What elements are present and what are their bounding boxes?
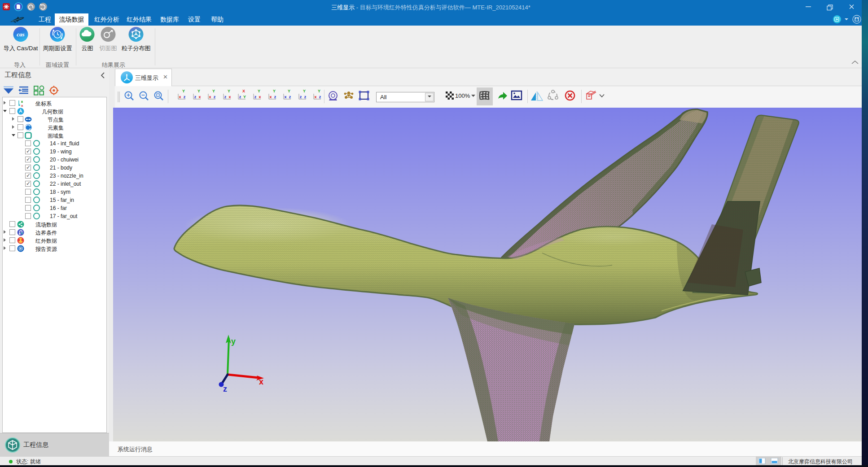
svg-text:Y: Y [212,89,215,93]
svg-text:z: z [319,95,321,99]
svg-text:Y: Y [228,89,230,93]
svg-text:x: x [209,95,211,99]
svg-text:z: z [214,95,216,99]
svg-text:Y: Y [273,89,276,93]
svg-text:y: y [231,337,236,346]
svg-text:Y: Y [318,89,320,93]
svg-text:z: z [289,95,291,99]
svg-text:x: x [228,95,231,99]
svg-text:z: z [239,95,241,99]
svg-text:X: X [242,89,245,93]
svg-text:x: x [314,95,316,99]
svg-text:z: z [194,95,197,99]
svg-text:z: z [274,95,276,99]
svg-text:x: x [269,95,272,99]
svg-text:x: x [259,377,263,386]
svg-text:z: z [224,95,227,99]
svg-text:z: z [254,95,257,99]
svg-text:Y: Y [303,89,306,93]
svg-text:Y: Y [197,89,200,93]
svg-text:Y: Y [182,89,185,93]
svg-text:z: z [223,384,227,393]
svg-text:x: x [21,104,23,107]
svg-text:cas: cas [17,31,24,38]
svg-text:z: z [184,95,186,99]
svg-text:z: z [300,95,302,99]
svg-text:x: x [259,95,261,99]
svg-text:z: z [304,95,307,99]
svg-text:z: z [19,103,21,106]
svg-text:x: x [198,95,201,99]
svg-text:100%: 100% [455,92,470,99]
svg-text:x: x [179,95,181,99]
svg-text:Y: Y [288,89,290,93]
svg-text:x: x [284,95,286,99]
svg-text:Y: Y [258,89,260,93]
svg-text:Y: Y [243,95,246,99]
